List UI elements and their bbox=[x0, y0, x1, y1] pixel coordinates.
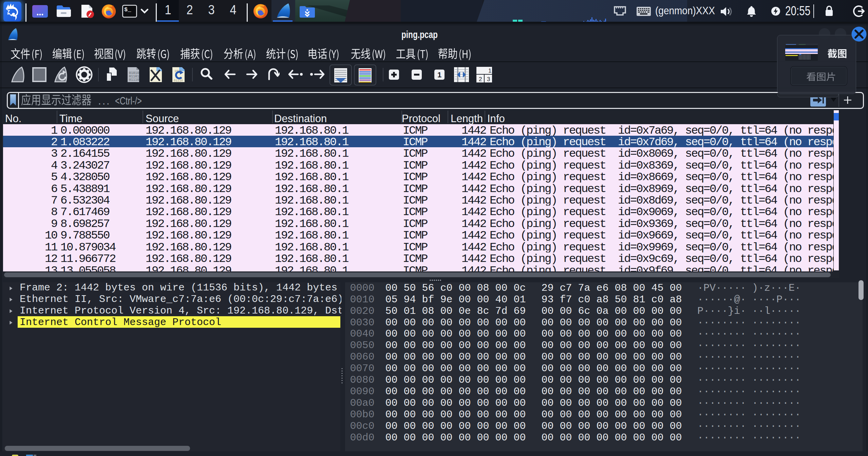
svg-text:2: 2 bbox=[479, 76, 482, 82]
svg-text:01110: 01110 bbox=[129, 78, 139, 82]
svg-text:01110: 01110 bbox=[174, 79, 183, 82]
svg-text:1: 1 bbox=[437, 71, 441, 79]
svg-text:$_: $_ bbox=[124, 6, 131, 13]
svg-text:1: 1 bbox=[488, 68, 491, 74]
svg-text:3: 3 bbox=[487, 76, 490, 82]
